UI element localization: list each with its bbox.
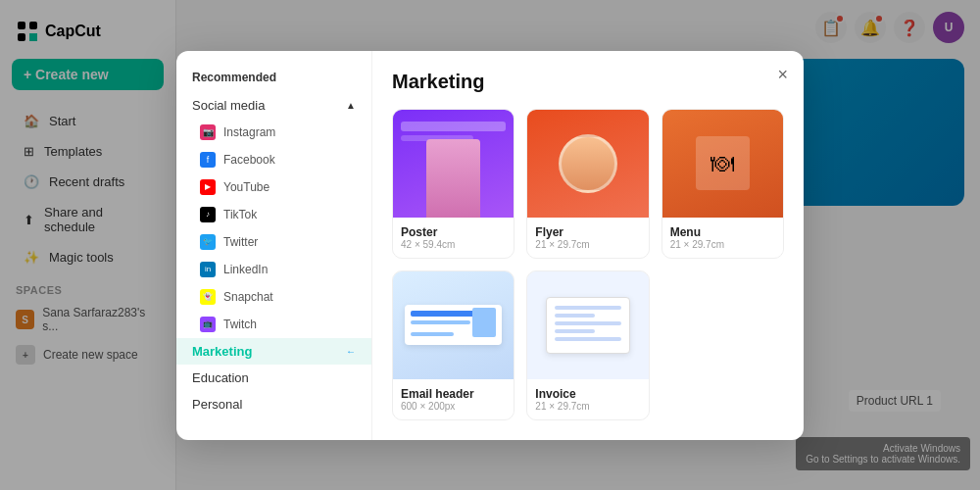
modal-overlay[interactable]: Recommended Social media ▲ 📷 Instagram f… bbox=[0, 0, 980, 490]
recommended-label: Recommended bbox=[176, 67, 371, 92]
chevron-up-icon: ▲ bbox=[346, 100, 356, 111]
modal-dialog: Recommended Social media ▲ 📷 Instagram f… bbox=[176, 51, 804, 440]
youtube-icon: ▶ bbox=[200, 179, 216, 195]
modal-close-button[interactable]: × bbox=[777, 65, 788, 85]
sidebar-item-tiktok[interactable]: ♪ TikTok bbox=[176, 201, 371, 228]
sidebar-item-facebook[interactable]: f Facebook bbox=[176, 146, 371, 173]
template-card-invoice[interactable]: Invoice 21 × 29.7cm bbox=[526, 270, 649, 420]
template-card-poster[interactable]: ← Poster 42 × 59.4cm bbox=[392, 109, 514, 259]
snapchat-icon: 👻 bbox=[200, 289, 216, 305]
modal-right-panel: Marketing ← Poster 42 × bbox=[372, 51, 804, 440]
modal-title: Marketing bbox=[392, 71, 784, 93]
sidebar-item-twitch[interactable]: 📺 Twitch bbox=[176, 311, 371, 338]
education-category[interactable]: Education bbox=[176, 365, 371, 391]
invoice-size: 21 × 29.7cm bbox=[535, 401, 640, 412]
invoice-info: Invoice 21 × 29.7cm bbox=[527, 379, 648, 419]
menu-size: 21 × 29.7cm bbox=[670, 239, 775, 250]
flyer-size: 21 × 29.7cm bbox=[535, 239, 640, 250]
facebook-icon: f bbox=[200, 152, 216, 168]
social-media-category[interactable]: Social media ▲ bbox=[176, 92, 371, 119]
marketing-arrow: ← bbox=[346, 346, 356, 357]
poster-name: Poster bbox=[401, 225, 506, 239]
email-thumbnail bbox=[393, 271, 514, 379]
personal-category[interactable]: Personal bbox=[176, 391, 371, 417]
twitch-icon: 📺 bbox=[200, 317, 216, 332]
template-card-flyer[interactable]: Flyer 21 × 29.7cm bbox=[526, 109, 649, 259]
email-size: 600 × 200px bbox=[401, 401, 506, 412]
poster-thumbnail bbox=[393, 110, 514, 218]
menu-info: Menu 21 × 29.7cm bbox=[662, 218, 783, 258]
email-name: Email header bbox=[401, 387, 506, 401]
modal-left-panel: Recommended Social media ▲ 📷 Instagram f… bbox=[176, 51, 372, 440]
template-grid: ← Poster 42 × 59.4cm Flyer 2 bbox=[392, 109, 784, 420]
tiktok-icon: ♪ bbox=[200, 207, 216, 222]
flyer-name: Flyer bbox=[535, 225, 640, 239]
template-card-menu[interactable]: 🍽 Menu 21 × 29.7cm bbox=[662, 109, 784, 259]
menu-thumbnail: 🍽 bbox=[662, 110, 783, 218]
invoice-thumbnail bbox=[527, 271, 648, 379]
poster-size: 42 × 59.4cm bbox=[401, 239, 506, 250]
sidebar-item-instagram[interactable]: 📷 Instagram bbox=[176, 119, 371, 146]
template-card-email[interactable]: Email header 600 × 200px bbox=[392, 270, 514, 420]
poster-info: Poster 42 × 59.4cm bbox=[393, 218, 514, 258]
email-info: Email header 600 × 200px bbox=[393, 379, 514, 419]
flyer-thumbnail bbox=[527, 110, 648, 218]
linkedin-icon: in bbox=[200, 262, 216, 277]
instagram-icon: 📷 bbox=[200, 124, 216, 140]
sidebar-item-linkedin[interactable]: in LinkedIn bbox=[176, 256, 371, 283]
invoice-name: Invoice bbox=[535, 387, 640, 401]
sidebar-item-twitter[interactable]: 🐦 Twitter bbox=[176, 228, 371, 256]
sidebar-item-snapchat[interactable]: 👻 Snapchat bbox=[176, 283, 371, 311]
marketing-category[interactable]: Marketing ← bbox=[176, 338, 371, 365]
flyer-info: Flyer 21 × 29.7cm bbox=[527, 218, 648, 258]
menu-name: Menu bbox=[670, 225, 775, 239]
twitter-icon: 🐦 bbox=[200, 234, 216, 250]
sidebar-item-youtube[interactable]: ▶ YouTube bbox=[176, 173, 371, 201]
